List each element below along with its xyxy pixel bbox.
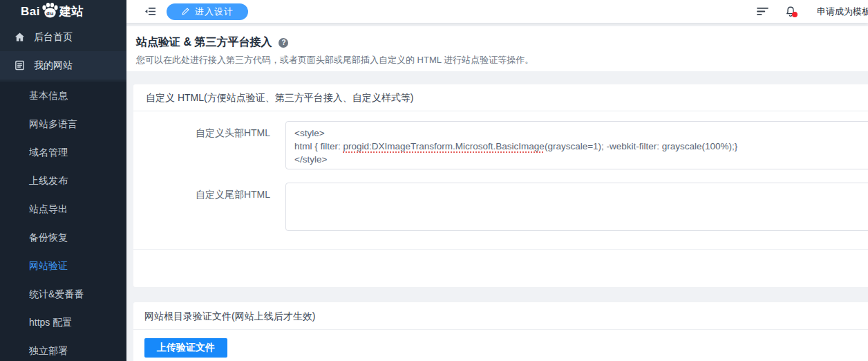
custom-tail-html-input[interactable] bbox=[285, 183, 868, 231]
logo-text-right: 建站 bbox=[59, 3, 84, 19]
website-icon bbox=[15, 60, 25, 71]
page-title: 站点验证 & 第三方平台接入 bbox=[136, 35, 272, 50]
custom-html-card: 自定义 HTML(方便站点验证、第三方平台接入、自定义样式等) 自定义头部HTM… bbox=[133, 84, 868, 287]
custom-tail-html-label: 自定义尾部HTML bbox=[133, 189, 270, 200]
apply-as-template-link[interactable]: 申请成为模板 bbox=[817, 6, 868, 18]
page-subtitle: 您可以在此处进行接入第三方代码，或者页面头部或尾部插入自定义的 HTML 进行站… bbox=[136, 54, 868, 66]
sidebar-item-site-verify[interactable]: 网站验证 bbox=[0, 252, 126, 280]
pencil-icon bbox=[181, 7, 190, 16]
sidebar-item-label: 我的网站 bbox=[34, 59, 73, 72]
menu-fold-icon[interactable] bbox=[145, 7, 155, 16]
sidebar-item-site-export[interactable]: 站点导出 bbox=[0, 195, 126, 223]
my-website-submenu: 基本信息 网站多语言 域名管理 上线发布 站点导出 备份恢复 网站验证 统计&爱… bbox=[0, 82, 126, 361]
notification-bell-icon[interactable] bbox=[785, 6, 796, 17]
card-divider bbox=[133, 249, 868, 250]
sidebar-item-basic-info[interactable]: 基本信息 bbox=[0, 82, 126, 110]
verify-file-card-header: 网站根目录验证文件(网站上线后才生效) bbox=[133, 302, 868, 330]
sidebar-item-https-config[interactable]: https 配置 bbox=[0, 308, 126, 337]
page-head: 站点验证 & 第三方平台接入 您可以在此处进行接入第三方代码，或者页面头部或尾部… bbox=[126, 26, 868, 71]
custom-head-html-label: 自定义头部HTML bbox=[133, 127, 270, 138]
sidebar-item-my-website[interactable]: 我的网站 bbox=[0, 51, 126, 80]
upload-verify-file-button[interactable]: 上传验证文件 bbox=[144, 338, 227, 358]
svg-text:du: du bbox=[46, 10, 54, 16]
notification-badge-dot bbox=[792, 12, 798, 17]
enter-design-button[interactable]: 进入设计 bbox=[167, 3, 248, 20]
topbar: 进入设计 申请成为模板 bbox=[126, 0, 868, 23]
sidebar-item-standalone-deploy[interactable]: 独立部署 bbox=[0, 337, 126, 361]
filter-lines-icon[interactable] bbox=[757, 7, 768, 16]
verify-file-card: 网站根目录验证文件(网站上线后才生效) 上传验证文件 bbox=[133, 302, 868, 361]
sidebar-item-multilanguage[interactable]: 网站多语言 bbox=[0, 110, 126, 138]
head-html-line1: <style> bbox=[294, 128, 325, 138]
head-html-line2-underlined: progid:DXImageTransform.Microsoft.BasicI… bbox=[343, 141, 545, 151]
enter-design-label: 进入设计 bbox=[195, 6, 234, 18]
baidu-jianzhan-logo[interactable]: Bai du 建站 bbox=[0, 0, 126, 23]
head-html-line2-pre: html { filter: bbox=[294, 141, 343, 151]
logo-text-left: Bai bbox=[21, 5, 40, 19]
sidebar-item-label: 后台首页 bbox=[34, 31, 73, 44]
help-icon[interactable] bbox=[279, 38, 288, 48]
head-html-line2-post: (grayscale=1); -webkit-filter: grayscale… bbox=[545, 141, 737, 151]
head-html-line3: </style> bbox=[294, 154, 327, 165]
sidebar-item-backup-restore[interactable]: 备份恢复 bbox=[0, 223, 126, 252]
home-icon bbox=[15, 32, 25, 42]
sidebar-item-publish[interactable]: 上线发布 bbox=[0, 167, 126, 195]
custom-html-card-header: 自定义 HTML(方便站点验证、第三方平台接入、自定义样式等) bbox=[133, 84, 868, 111]
sidebar: Bai du 建站 后台首页 我 bbox=[0, 0, 126, 361]
baidu-paw-icon: du bbox=[41, 2, 59, 19]
sidebar-item-stats-aifanfan[interactable]: 统计&爱番番 bbox=[0, 280, 126, 308]
custom-head-html-input[interactable]: <style>html { filter: progid:DXImageTran… bbox=[285, 121, 868, 169]
sidebar-item-domain-manage[interactable]: 域名管理 bbox=[0, 138, 126, 167]
sidebar-item-home[interactable]: 后台首页 bbox=[0, 23, 126, 51]
